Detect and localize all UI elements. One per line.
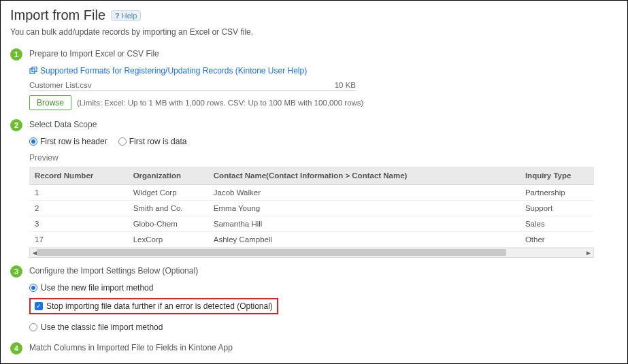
radio-classic-import-method[interactable]: Use the classic file import method [29,322,618,332]
table-cell: 17 [29,232,128,248]
table-cell: Smith and Co. [128,201,208,216]
preview-table: Record Number Organization Contact Name(… [29,167,594,248]
step-4-label: Match Columns in Imported File to Fields… [29,342,233,352]
table-cell: LexCorp [128,232,208,248]
radio-icon [29,284,37,292]
radio-label: First row is header [40,137,108,146]
selected-file-row: Customer List.csv 10 KB [29,81,356,91]
step-3-header: 3 Configure the Import Settings Below (O… [10,265,618,278]
table-cell: Jacob Walker [208,185,520,201]
file-name: Customer List.csv [29,81,91,89]
browse-button[interactable]: Browse [29,95,71,110]
table-header-row: Record Number Organization Contact Name(… [29,167,594,185]
table-cell: 1 [29,185,128,201]
step-badge-4: 4 [10,342,22,354]
table-cell: Ashley Campbell [208,232,520,248]
highlighted-option: ✓ Stop importing file data further if an… [29,298,278,314]
step-badge-3: 3 [10,265,22,278]
table-row: 17LexCorpAshley CampbellOtherIn progres [29,232,594,248]
table-row: 3Globo-ChemSamantha HillSalesNot handle [29,216,594,232]
col-contact-name: Contact Name(Contact Information > Conta… [208,167,520,185]
col-inquiry-type: Inquiry Type [520,167,594,185]
page-subtitle: You can bulk add/update records by impor… [10,27,618,37]
table-cell: Samantha Hill [208,216,520,232]
supported-formats-link[interactable]: Supported Formats for Registering/Updati… [40,66,307,76]
help-icon: ? [115,12,120,20]
radio-icon [118,137,127,146]
external-link-icon [29,67,37,75]
help-link[interactable]: ? Help [111,10,141,21]
table-row: 2Smith and Co.Emma YoungSupportIn progre… [29,201,594,216]
table-cell: Partnership [520,185,594,201]
col-organization: Organization [128,167,208,185]
step-badge-2: 2 [10,119,22,131]
step-3-label: Configure the Import Settings Below (Opt… [29,265,198,276]
radio-first-row-data[interactable]: First row is data [118,137,187,146]
radio-label: Use the classic file import method [41,322,163,332]
import-from-file-page: Import from File ? Help You can bulk add… [0,0,628,364]
table-row: 1Widget CorpJacob WalkerPartnershipCompl… [29,185,594,201]
help-label: Help [122,12,137,20]
file-size: 10 KB [335,81,356,89]
table-cell: Emma Young [208,201,520,216]
preview-label: Preview [29,153,618,163]
step-badge-1: 1 [10,48,22,61]
radio-label: Use the new file import method [41,283,153,293]
table-cell: 2 [29,201,128,216]
table-cell: Widget Corp [128,185,208,201]
checkbox-stop-on-error[interactable]: ✓ Stop importing file data further if an… [35,301,273,311]
radio-icon [29,137,37,146]
horizontal-scrollbar[interactable]: ◄ ► [29,248,594,258]
preview-table-wrap: Record Number Organization Contact Name(… [29,167,594,258]
step-2-header: 2 Select Data Scope [10,118,618,131]
step-4-header: 4 Match Columns in Imported File to Fiel… [10,342,618,354]
table-cell: Sales [520,216,594,232]
table-cell: Other [520,232,594,248]
table-cell: Support [520,201,594,216]
scroll-right-icon[interactable]: ► [584,248,593,257]
table-cell: Globo-Chem [128,216,208,232]
page-title: Import from File [10,7,105,23]
checkbox-icon: ✓ [35,302,43,310]
checkbox-label: Stop importing file data further if an e… [46,301,273,311]
step-1-header: 1 Prepare to Import Excel or CSV File [10,48,618,61]
step-1-label: Prepare to Import Excel or CSV File [29,48,159,59]
step-2-label: Select Data Scope [29,118,97,129]
col-record-number: Record Number [29,167,128,185]
radio-icon [29,323,37,331]
scroll-thumb[interactable] [37,249,506,256]
radio-label: First row is data [129,137,187,146]
radio-new-import-method[interactable]: Use the new file import method [29,283,618,293]
radio-first-row-header[interactable]: First row is header [29,137,108,146]
file-limits-text: (Limits: Excel: Up to 1 MB with 1,000 ro… [77,99,363,107]
table-cell: 3 [29,216,128,232]
